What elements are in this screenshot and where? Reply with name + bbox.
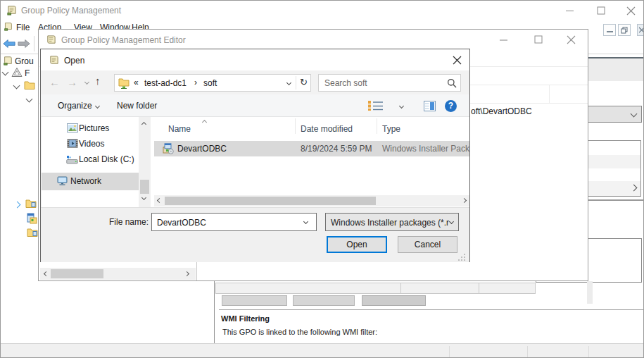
folder-icon bbox=[27, 228, 38, 237]
views-dropdown-icon[interactable] bbox=[399, 104, 404, 109]
scroll-right-icon[interactable] bbox=[462, 198, 467, 203]
maximize-button[interactable] bbox=[586, 2, 617, 19]
scrollbar-sliver bbox=[587, 281, 593, 304]
help-icon[interactable]: ? bbox=[445, 100, 457, 112]
gpo-icon bbox=[27, 213, 37, 224]
file-list: Name Date modified Type DevartODBC 8/19/… bbox=[151, 117, 469, 207]
menu-file[interactable]: File bbox=[16, 23, 30, 32]
nav-forward-icon[interactable]: → bbox=[67, 76, 77, 88]
sidebar-item-pictures[interactable]: Pictures bbox=[42, 121, 139, 136]
organize-dropdown-icon[interactable] bbox=[95, 104, 100, 109]
open-dialog-titlebar[interactable]: Open bbox=[41, 49, 469, 70]
scroll-thumb[interactable] bbox=[165, 197, 376, 205]
open-button[interactable]: Open bbox=[327, 236, 387, 253]
forest-icon bbox=[11, 67, 23, 78]
sidebar-item-network[interactable]: Network bbox=[42, 173, 139, 190]
column-divider[interactable] bbox=[549, 85, 550, 103]
crumb-separator[interactable]: › bbox=[194, 78, 197, 87]
file-list-hscrollbar[interactable] bbox=[154, 195, 469, 206]
combo-dropdown-icon[interactable] bbox=[303, 219, 308, 224]
organize-button[interactable]: Organize bbox=[58, 101, 92, 111]
views-icon[interactable] bbox=[367, 100, 386, 111]
gpme-maximize-button[interactable] bbox=[524, 31, 553, 48]
gpmc-app-icon bbox=[6, 5, 17, 16]
sidebar-scrollbar[interactable] bbox=[139, 117, 151, 207]
gpme-app-icon bbox=[46, 35, 56, 45]
tree-root-icon bbox=[3, 56, 13, 66]
sidebar-item-videos[interactable]: Videos bbox=[42, 137, 139, 152]
scroll-thumb[interactable] bbox=[51, 269, 103, 278]
scroll-thumb[interactable] bbox=[140, 180, 149, 194]
preview-pane-icon[interactable] bbox=[424, 101, 436, 111]
gpme-hscrollbar[interactable] bbox=[40, 268, 196, 280]
file-name-combobox[interactable]: DevartODBC bbox=[151, 213, 317, 231]
pictures-icon bbox=[67, 123, 78, 132]
scope-button[interactable] bbox=[222, 295, 287, 306]
file-row-devartodbc[interactable]: DevartODBC 8/19/2024 5:59 PM Windows Ins… bbox=[154, 141, 469, 156]
gpme-titlebar[interactable]: Group Policy Management Editor bbox=[39, 30, 588, 49]
open-dialog-title: Open bbox=[64, 56, 84, 66]
close-button[interactable] bbox=[617, 2, 644, 19]
address-dropdown-icon[interactable] bbox=[286, 80, 291, 85]
open-dialog-icon bbox=[49, 55, 59, 66]
tree-expand-icon[interactable] bbox=[26, 96, 33, 103]
nav-back-icon[interactable]: ← bbox=[49, 76, 60, 88]
folder-icon bbox=[25, 199, 37, 208]
search-placeholder: Search soft bbox=[324, 78, 367, 88]
scroll-up-icon[interactable] bbox=[141, 122, 146, 127]
list-footer-strip bbox=[215, 283, 536, 294]
wmi-description: This GPO is linked to the following WMI … bbox=[222, 328, 377, 336]
gpmc-title: Group Policy Management bbox=[21, 6, 121, 16]
file-name-value: DevartODBC bbox=[157, 218, 206, 228]
search-icon[interactable] bbox=[447, 78, 457, 88]
new-folder-button[interactable]: New folder bbox=[117, 101, 157, 111]
gpmc-menu-icon bbox=[4, 22, 13, 31]
tree-forest-label[interactable]: F bbox=[25, 68, 30, 78]
resize-grip[interactable] bbox=[457, 253, 466, 261]
address-bar[interactable]: « test-ad-dc1 › soft ↻ bbox=[114, 74, 311, 92]
tree-expand-icon[interactable] bbox=[2, 69, 9, 76]
scope-button[interactable] bbox=[362, 295, 426, 306]
crumb-overflow[interactable]: « bbox=[134, 78, 139, 87]
tree-expand-icon[interactable] bbox=[13, 82, 20, 90]
minimize-button[interactable] bbox=[554, 2, 585, 19]
column-resizer[interactable] bbox=[377, 118, 377, 134]
back-icon[interactable] bbox=[3, 39, 15, 49]
scroll-right-icon[interactable] bbox=[184, 271, 189, 276]
toolbar-separator bbox=[34, 36, 34, 51]
gpmc-titlebar[interactable]: Group Policy Management bbox=[1, 1, 644, 20]
column-header-date[interactable]: Date modified bbox=[301, 124, 353, 134]
combo-dropdown-icon[interactable] bbox=[449, 219, 454, 224]
crumb-server[interactable]: test-ad-dc1 bbox=[144, 78, 187, 88]
cancel-button[interactable]: Cancel bbox=[398, 236, 457, 253]
scroll-left-icon[interactable] bbox=[157, 198, 162, 203]
tree-root-label[interactable]: Grou bbox=[15, 56, 34, 66]
gpme-minimize-button[interactable] bbox=[489, 31, 517, 48]
search-box[interactable]: Search soft bbox=[318, 74, 461, 92]
column-resizer[interactable] bbox=[295, 118, 296, 134]
tree-collapse-icon[interactable] bbox=[14, 202, 21, 209]
file-name: DevartODBC bbox=[177, 144, 227, 154]
msi-package-icon bbox=[163, 143, 174, 154]
forward-icon[interactable] bbox=[18, 39, 30, 49]
file-type-value: Windows Installer packages (*.r bbox=[331, 218, 449, 228]
nav-row: ← → ↑ « test-ad-dc1 › soft ↻ Search soft bbox=[41, 70, 469, 94]
open-dialog-close-button[interactable] bbox=[446, 52, 467, 68]
sidebar-label: Local Disk (C:) bbox=[79, 154, 134, 164]
gpme-close-button[interactable] bbox=[557, 31, 585, 48]
nav-up-icon[interactable]: ↑ bbox=[95, 75, 101, 87]
pane-splitter[interactable] bbox=[214, 281, 215, 343]
scroll-left-icon[interactable] bbox=[44, 271, 49, 276]
column-header-type[interactable]: Type bbox=[382, 124, 400, 134]
file-type-combobox[interactable]: Windows Installer packages (*.r bbox=[325, 213, 459, 231]
scope-button[interactable] bbox=[293, 295, 355, 306]
crumb-folder[interactable]: soft bbox=[203, 78, 217, 88]
column-header-name[interactable]: Name bbox=[168, 124, 191, 134]
file-type: Windows Installer Pack bbox=[382, 144, 469, 154]
refresh-icon[interactable]: ↻ bbox=[300, 77, 308, 87]
file-name-label: File name: bbox=[109, 217, 149, 227]
sidebar-item-local-disk[interactable]: Local Disk (C:) bbox=[42, 152, 139, 167]
nav-history-icon[interactable] bbox=[84, 80, 89, 85]
gpme-title: Group Policy Management Editor bbox=[61, 35, 186, 45]
scroll-down-icon[interactable] bbox=[141, 195, 146, 200]
